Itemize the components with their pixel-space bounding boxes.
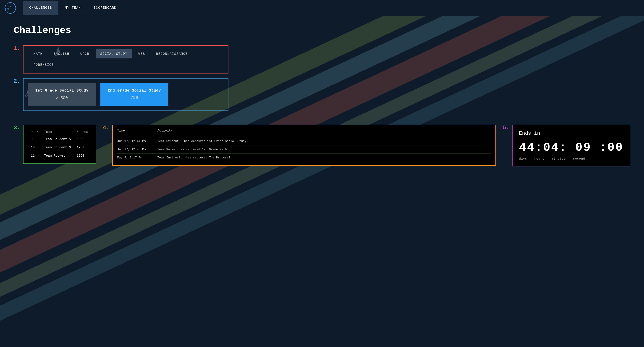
row3-score: 1250 bbox=[74, 152, 91, 160]
activity-col-activity: Activity bbox=[158, 129, 491, 132]
table-row: 10 Team Student 0 1750 bbox=[28, 143, 91, 152]
challenge-card-1[interactable]: 1st Grade Social Study ✓ 500 bbox=[28, 83, 96, 106]
timer-box: Ends in 44:04: 09 :00 days hours minutes… bbox=[512, 125, 630, 166]
activity-header: Time Activity bbox=[117, 129, 491, 134]
row1-rank: 9 bbox=[28, 135, 41, 143]
challenge-1-title: 1st Grade Social Study bbox=[35, 89, 88, 93]
row3-rank: 11 bbox=[28, 152, 41, 160]
nav-my-team[interactable]: MY TEAM bbox=[58, 1, 87, 15]
nav-links: CHALLENGES MY TEAM SCOREBOARD bbox=[23, 1, 123, 15]
activity-time-2: Jun 17, 12:43 Pm bbox=[117, 148, 154, 151]
section-5-label: 5. bbox=[503, 125, 509, 131]
bottom-row: 3. Rank Team Scores 9 Team Student 5 bbox=[14, 125, 630, 166]
activity-time-1: Jun 17, 12:44 Pm bbox=[117, 140, 154, 143]
timer-title: Ends in bbox=[519, 131, 624, 136]
cat-tab-uacr[interactable]: UACR bbox=[76, 49, 94, 59]
label-minutes: minutes bbox=[552, 157, 566, 160]
cat-tab-social-study[interactable]: SOCIAL STUDY bbox=[96, 49, 132, 59]
timer-hours: 04 bbox=[543, 141, 559, 154]
cat-tab-reconnaissance[interactable]: RECONNAISSANCE bbox=[152, 49, 192, 59]
row2-rank: 10 bbox=[28, 143, 41, 152]
nav-scoreboard[interactable]: SCOREBOARD bbox=[87, 1, 123, 15]
section-4-label: 4. bbox=[103, 125, 110, 131]
activity-row-2: Jun 17, 12:43 Pm Team Rocket has capture… bbox=[117, 145, 491, 153]
table-row: 11 Team Rocket 1250 bbox=[28, 152, 91, 160]
challenge-2-points: 750 bbox=[130, 95, 138, 100]
section-3-label: 3. bbox=[14, 125, 20, 131]
col-scores: Scores bbox=[74, 129, 91, 135]
navbar: CLOUD CTF CHALLENGES MY TEAM SCOREBOARD bbox=[0, 0, 644, 16]
col-team: Team bbox=[41, 129, 74, 135]
challenge-1-points: ✓ 500 bbox=[56, 95, 68, 101]
row2-team: Team Student 0 bbox=[41, 143, 74, 152]
timer-labels: days hours minutes second bbox=[519, 157, 624, 160]
main-content: Challenges 1. MATH ENGLISH UACR SOCIAL S… bbox=[0, 16, 644, 176]
cat-tab-math[interactable]: MATH bbox=[29, 49, 47, 59]
categories-box: MATH ENGLISH UACR SOCIAL STUDY WEB RECON… bbox=[23, 45, 228, 74]
scoreboard-box: Rank Team Scores 9 Team Student 5 5850 1… bbox=[23, 125, 96, 164]
activity-text-2: Team Rocket has captured 1st Grade Math. bbox=[158, 148, 491, 151]
table-row: 9 Team Student 5 5850 bbox=[28, 135, 91, 143]
activity-box[interactable]: Time Activity Jun 17, 12:44 Pm Team Stud… bbox=[112, 125, 496, 166]
cat-tab-forensics[interactable]: FORENSICS bbox=[29, 60, 58, 69]
timer-minutes: 09 bbox=[575, 141, 591, 154]
label-second: second bbox=[573, 157, 585, 160]
row3-team: Team Rocket bbox=[41, 152, 74, 160]
activity-text-3: Team Instructor has captured The Proposa… bbox=[158, 156, 491, 159]
row1-team: Team Student 5 bbox=[41, 135, 74, 143]
row2-score: 1750 bbox=[74, 143, 91, 152]
activity-text-1: Team Student 0 has captured 1st Grade So… bbox=[158, 140, 491, 143]
col-rank: Rank bbox=[28, 129, 41, 135]
row1-score: 5850 bbox=[74, 135, 91, 143]
challenge-card-2[interactable]: 2nd Grade Social Study 750 bbox=[100, 83, 168, 106]
label-hours: hours bbox=[534, 157, 544, 160]
score-table: Rank Team Scores 9 Team Student 5 5850 1… bbox=[28, 129, 91, 160]
label-days: days bbox=[519, 157, 527, 160]
section-1-label: 1. bbox=[14, 45, 20, 51]
cat-tab-web[interactable]: WEB bbox=[134, 49, 150, 59]
logo-circle: CLOUD CTF bbox=[4, 2, 16, 14]
challenges-box: 1st Grade Social Study ✓ 500 2nd Grade S… bbox=[23, 78, 228, 111]
page-title: Challenges bbox=[14, 25, 630, 36]
check-icon: ✓ bbox=[56, 95, 59, 101]
timer-days: 44 bbox=[519, 141, 535, 154]
timer-seconds: 00 bbox=[608, 141, 624, 154]
activity-row-1: Jun 17, 12:44 Pm Team Student 0 has capt… bbox=[117, 137, 491, 145]
activity-time-3: May 4, 2:17 Pm bbox=[117, 156, 154, 159]
logo[interactable]: CLOUD CTF bbox=[4, 2, 16, 14]
challenge-2-title: 2nd Grade Social Study bbox=[108, 89, 161, 93]
activity-col-time: Time bbox=[117, 129, 154, 132]
activity-row-3: May 4, 2:17 Pm Team Instructor has captu… bbox=[117, 153, 491, 162]
cat-tab-english[interactable]: ENGLISH bbox=[49, 49, 74, 59]
logo-text: CLOUD CTF bbox=[5, 6, 16, 11]
timer-display: 44:04: 09 :00 bbox=[519, 141, 624, 154]
section-2-label: 2. bbox=[14, 78, 20, 84]
nav-challenges[interactable]: CHALLENGES bbox=[23, 1, 58, 15]
